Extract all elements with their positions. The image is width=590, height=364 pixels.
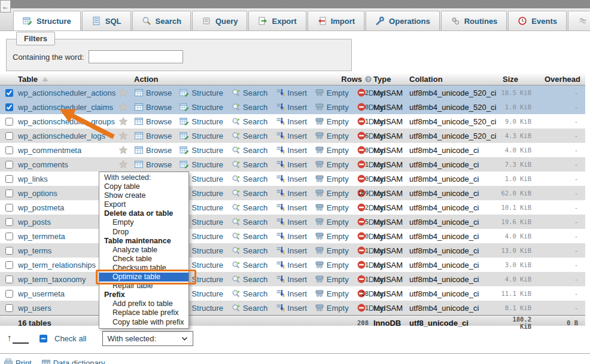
- favorite-star-icon[interactable]: [118, 145, 128, 155]
- table-name-link[interactable]: wp_actionscheduler_groups: [18, 117, 115, 126]
- table-name-link[interactable]: wp_links: [18, 175, 48, 183]
- empty-action[interactable]: Empty: [315, 102, 349, 112]
- tab-triggers[interactable]: Triggers: [568, 11, 590, 30]
- tab-structure[interactable]: Structure: [13, 11, 81, 30]
- tab-routines[interactable]: Routines: [441, 11, 507, 30]
- insert-action[interactable]: Insert: [275, 188, 307, 198]
- browse-action[interactable]: Browse: [134, 88, 172, 97]
- structure-action[interactable]: Structure: [180, 160, 223, 169]
- insert-action[interactable]: Insert: [275, 117, 307, 126]
- search-action[interactable]: Search: [231, 102, 267, 112]
- structure-action[interactable]: Structure: [180, 102, 223, 112]
- favorite-star-icon[interactable]: [118, 160, 128, 169]
- print-link[interactable]: Print: [4, 358, 32, 364]
- column-header-type[interactable]: Type: [373, 75, 409, 84]
- table-name-link[interactable]: wp_termmeta: [18, 232, 65, 241]
- menu-item-drop[interactable]: Drop: [99, 228, 188, 237]
- empty-action[interactable]: Empty: [315, 160, 349, 169]
- search-action[interactable]: Search: [231, 246, 267, 255]
- insert-action[interactable]: Insert: [275, 102, 307, 112]
- structure-action[interactable]: Structure: [180, 88, 223, 97]
- empty-action[interactable]: Empty: [315, 174, 349, 183]
- table-name-link[interactable]: wp_posts: [18, 218, 51, 227]
- search-action[interactable]: Search: [231, 217, 267, 227]
- table-name-link[interactable]: wp_terms: [18, 246, 51, 255]
- empty-action[interactable]: Empty: [315, 117, 349, 126]
- favorite-star-icon[interactable]: [118, 88, 128, 97]
- empty-action[interactable]: Empty: [315, 231, 349, 241]
- row-checkbox[interactable]: [5, 204, 13, 212]
- insert-action[interactable]: Insert: [275, 289, 307, 298]
- empty-action[interactable]: Empty: [315, 217, 349, 227]
- row-checkbox[interactable]: [5, 290, 13, 298]
- row-checkbox[interactable]: [5, 276, 13, 283]
- search-action[interactable]: Search: [231, 145, 267, 155]
- column-header-rows[interactable]: Rows ?: [345, 75, 373, 84]
- search-action[interactable]: Search: [231, 88, 267, 97]
- structure-action[interactable]: Structure: [180, 117, 223, 126]
- menu-item-show-create[interactable]: Show create: [99, 191, 188, 200]
- menu-item-export[interactable]: Export: [99, 200, 188, 209]
- row-checkbox[interactable]: [5, 103, 13, 111]
- search-action[interactable]: Search: [231, 203, 267, 212]
- with-selected-select[interactable]: With selected:: [102, 331, 193, 346]
- empty-action[interactable]: Empty: [315, 274, 349, 284]
- insert-action[interactable]: Insert: [275, 260, 307, 270]
- search-action[interactable]: Search: [231, 174, 267, 183]
- insert-action[interactable]: Insert: [275, 274, 307, 284]
- help-icon[interactable]: ?: [364, 75, 372, 83]
- empty-action[interactable]: Empty: [315, 131, 349, 140]
- menu-item-empty[interactable]: Empty: [99, 218, 188, 227]
- insert-action[interactable]: Insert: [275, 303, 307, 313]
- search-action[interactable]: Search: [231, 188, 267, 198]
- insert-action[interactable]: Insert: [275, 88, 307, 97]
- table-name-link[interactable]: wp_term_relationships: [18, 261, 96, 270]
- table-name-link[interactable]: wp_options: [18, 189, 57, 198]
- table-name-link[interactable]: wp_usermeta: [18, 289, 65, 298]
- search-action[interactable]: Search: [231, 289, 267, 298]
- search-action[interactable]: Search: [231, 260, 267, 270]
- menu-item-optimize-table[interactable]: Optimize table: [99, 273, 188, 282]
- menu-item-analyze-table[interactable]: Analyze table: [99, 246, 188, 255]
- tab-search[interactable]: Search: [132, 11, 191, 30]
- column-header-size[interactable]: Size: [499, 75, 539, 84]
- insert-action[interactable]: Insert: [275, 203, 307, 212]
- column-header-collation[interactable]: Collation: [409, 75, 499, 84]
- browse-action[interactable]: Browse: [134, 160, 172, 169]
- menu-item-checksum-table[interactable]: Checksum table: [99, 264, 188, 273]
- insert-action[interactable]: Insert: [275, 246, 307, 255]
- browse-action[interactable]: Browse: [134, 131, 172, 140]
- structure-action[interactable]: Structure: [180, 145, 223, 155]
- insert-action[interactable]: Insert: [275, 174, 307, 183]
- insert-action[interactable]: Insert: [275, 160, 307, 169]
- favorite-star-icon[interactable]: [118, 117, 128, 126]
- table-name-link[interactable]: wp_postmeta: [18, 203, 64, 212]
- empty-action[interactable]: Empty: [315, 260, 349, 270]
- row-checkbox[interactable]: [5, 304, 13, 312]
- empty-action[interactable]: Empty: [315, 145, 349, 155]
- empty-action[interactable]: Empty: [315, 289, 349, 298]
- insert-action[interactable]: Insert: [275, 231, 307, 241]
- insert-action[interactable]: Insert: [275, 217, 307, 227]
- row-checkbox[interactable]: [5, 261, 13, 269]
- row-checkbox[interactable]: [5, 189, 13, 197]
- favorite-star-icon[interactable]: [118, 102, 128, 112]
- tab-import[interactable]: Import: [308, 11, 364, 30]
- tab-export[interactable]: Export: [248, 11, 306, 30]
- row-checkbox[interactable]: [5, 218, 13, 226]
- browse-action[interactable]: Browse: [134, 117, 172, 126]
- menu-item-copy-table-with-prefix[interactable]: Copy table with prefix: [99, 318, 188, 327]
- browse-action[interactable]: Browse: [134, 145, 172, 155]
- table-name-link[interactable]: wp_users: [18, 304, 51, 313]
- empty-action[interactable]: Empty: [315, 303, 349, 313]
- row-checkbox[interactable]: [5, 233, 13, 240]
- menu-item-add-prefix-to-table[interactable]: Add prefix to table: [99, 299, 188, 308]
- table-name-link[interactable]: wp_actionscheduler_claims: [18, 103, 113, 112]
- row-checkbox[interactable]: [5, 247, 13, 255]
- insert-action[interactable]: Insert: [275, 145, 307, 155]
- empty-action[interactable]: Empty: [315, 188, 349, 198]
- search-action[interactable]: Search: [231, 117, 267, 126]
- menu-item-repair-table[interactable]: Repair table: [99, 282, 188, 290]
- tab-events[interactable]: Events: [508, 11, 567, 30]
- row-checkbox[interactable]: [5, 161, 13, 169]
